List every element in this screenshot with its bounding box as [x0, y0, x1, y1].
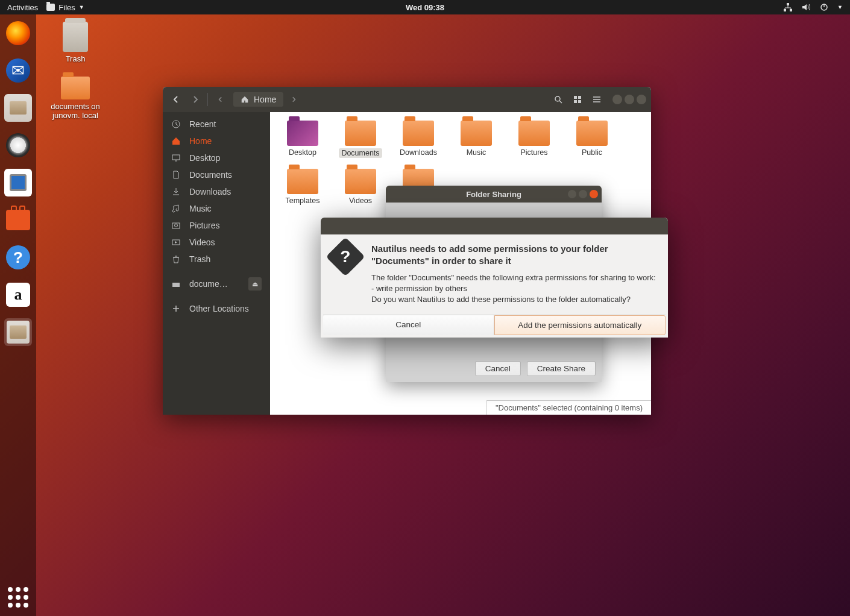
amazon-launcher[interactable]: a: [4, 281, 32, 309]
files-app-menu[interactable]: Files ▼: [46, 3, 84, 12]
folder-label: Music: [455, 148, 498, 157]
folder-icon: [403, 121, 434, 146]
sidebar-item-other-locations[interactable]: Other Locations: [163, 300, 270, 317]
nav-forward-button[interactable]: [187, 91, 204, 108]
svg-rect-0: [787, 3, 789, 5]
sidebar-item-music[interactable]: Music: [163, 200, 270, 217]
desktop-trash-label: Trash: [48, 54, 102, 63]
power-icon[interactable]: [819, 2, 829, 12]
svg-rect-9: [578, 100, 581, 103]
folder-sharing-footer: Cancel Create Share: [386, 355, 602, 382]
sidebar-item-videos[interactable]: Videos: [163, 234, 270, 251]
window-maximize-button[interactable]: [625, 95, 634, 104]
view-toggle-button[interactable]: [569, 91, 586, 108]
folder-label: Documents: [339, 148, 382, 158]
svg-point-5: [555, 96, 560, 101]
desktop-network-share[interactable]: documents on junovm. local: [48, 77, 102, 120]
folder-pictures[interactable]: Pictures: [512, 121, 556, 158]
folder-icon: [287, 121, 318, 146]
folder-videos[interactable]: Videos: [339, 169, 382, 205]
folder-documents[interactable]: Documents: [339, 121, 382, 158]
sidebar-item-pictures[interactable]: Pictures: [163, 217, 270, 234]
system-menu-chevron-icon[interactable]: ▼: [837, 4, 843, 10]
svg-rect-6: [574, 96, 577, 99]
sidebar-item-recent[interactable]: Recent: [163, 116, 270, 133]
trash-icon: [63, 22, 88, 52]
window-maximize-button[interactable]: [579, 190, 587, 198]
sidebar-item-documents[interactable]: Documents: [163, 166, 270, 183]
folder-icon: [345, 169, 376, 194]
sidebar-item-label: Trash: [189, 254, 210, 264]
path-bar-next-button[interactable]: [286, 91, 303, 108]
folder-label: Desktop: [281, 148, 324, 157]
dock: ✉ ? a: [0, 14, 36, 616]
sidebar-item-network-mount[interactable]: docume…⏏: [163, 274, 270, 294]
folder-label: Templates: [281, 196, 324, 205]
svg-rect-1: [784, 9, 786, 11]
ubuntu-software-launcher[interactable]: [4, 206, 32, 234]
folder-sharing-titlebar: Folder Sharing: [386, 186, 602, 203]
window-minimize-button[interactable]: [612, 95, 622, 104]
search-button[interactable]: [550, 91, 567, 108]
breadcrumb-home[interactable]: Home: [233, 92, 283, 107]
window-close-button[interactable]: [590, 190, 598, 198]
folder-downloads[interactable]: Downloads: [397, 121, 440, 158]
cancel-button[interactable]: Cancel: [323, 315, 494, 335]
desktop-trash[interactable]: Trash: [48, 22, 102, 63]
network-icon[interactable]: [783, 2, 793, 12]
drawer-icon: [10, 101, 27, 115]
rhythmbox-launcher[interactable]: [4, 131, 32, 159]
cancel-button[interactable]: Cancel: [475, 361, 521, 376]
document-icon: [10, 174, 27, 191]
firefox-launcher[interactable]: [4, 19, 32, 47]
thunderbird-icon: ✉: [6, 58, 30, 83]
folder-label: Videos: [339, 196, 382, 205]
sidebar-item-home[interactable]: Home: [163, 133, 270, 149]
create-share-button[interactable]: Create Share: [527, 361, 596, 376]
help-launcher[interactable]: ?: [4, 244, 32, 271]
add-permissions-button[interactable]: Add the permissions automatically: [494, 315, 666, 335]
thunderbird-launcher[interactable]: ✉: [4, 57, 32, 84]
sidebar-item-label: Desktop: [189, 153, 220, 163]
svg-rect-15: [172, 283, 180, 287]
folder-icon: [461, 121, 492, 146]
permissions-dialog: ? Nautilus needs to add some permissions…: [321, 218, 668, 338]
show-applications-button[interactable]: [8, 587, 28, 608]
folder-icon: [518, 121, 550, 146]
shopping-bag-icon: [6, 210, 30, 230]
sidebar-item-desktop[interactable]: Desktop: [163, 149, 270, 166]
folder-label: Pictures: [512, 148, 556, 157]
window-close-button[interactable]: [637, 95, 646, 104]
question-icon: ?: [332, 243, 360, 305]
path-bar-root-button[interactable]: [212, 91, 228, 108]
eject-icon[interactable]: ⏏: [248, 277, 262, 291]
volume-icon[interactable]: [801, 2, 811, 12]
files-launcher[interactable]: [4, 94, 32, 122]
permissions-dialog-header: [321, 218, 668, 234]
sidebar-item-label: Videos: [189, 237, 215, 247]
svg-point-13: [175, 224, 178, 227]
folder-label: Downloads: [397, 148, 440, 157]
folder-templates[interactable]: Templates: [281, 169, 324, 205]
sidebar-item-trash[interactable]: Trash: [163, 251, 270, 268]
nav-back-button[interactable]: [168, 91, 184, 108]
folder-icon: [576, 121, 608, 146]
folder-public[interactable]: Public: [570, 121, 614, 158]
sidebar-item-label: Music: [189, 204, 212, 213]
sidebar-item-label: Other Locations: [189, 304, 249, 313]
hamburger-menu-button[interactable]: [588, 91, 605, 108]
window-minimize-button[interactable]: [568, 190, 576, 198]
files-window-launcher[interactable]: [4, 318, 32, 346]
sidebar-item-downloads[interactable]: Downloads: [163, 183, 270, 200]
folder-music[interactable]: Music: [455, 121, 498, 158]
clock[interactable]: Wed 09:38: [406, 3, 444, 12]
help-icon: ?: [6, 245, 30, 269]
disc-icon: [6, 133, 30, 157]
permissions-dialog-body: The folder "Documents" needs the followi…: [371, 272, 657, 306]
desktop-icons: Trash documents on junovm. local: [48, 22, 102, 120]
libreoffice-writer-launcher[interactable]: [4, 169, 32, 196]
folder-desktop[interactable]: Desktop: [281, 121, 324, 158]
sidebar-item-label: Pictures: [189, 221, 220, 230]
separator: [207, 93, 208, 106]
activities-button[interactable]: Activities: [7, 3, 38, 12]
